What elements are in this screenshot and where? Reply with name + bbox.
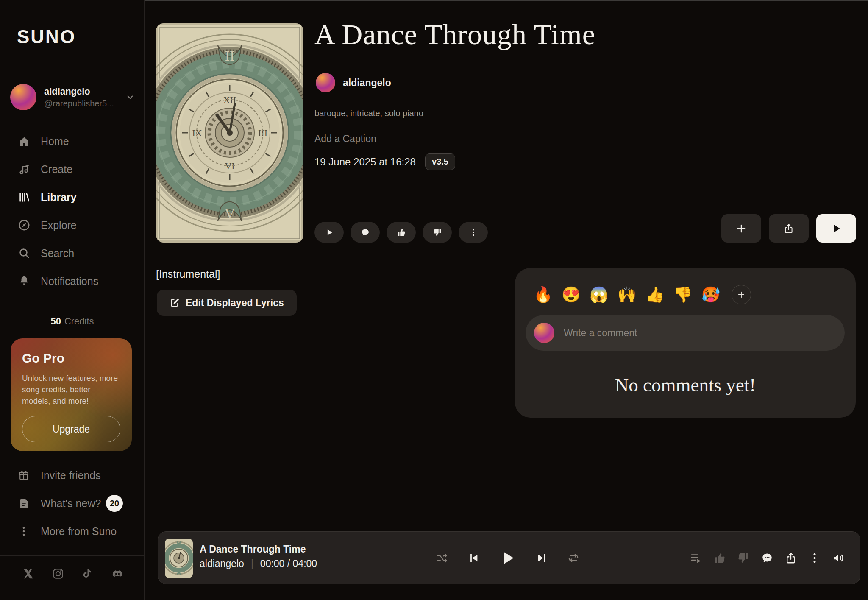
- reaction-hot-face[interactable]: 🥵: [701, 285, 721, 304]
- skip-back-icon: [467, 552, 480, 564]
- player-like-button[interactable]: [713, 552, 726, 564]
- previous-button[interactable]: [467, 552, 480, 564]
- x-icon[interactable]: [22, 567, 35, 580]
- thumbs-down-icon: [433, 228, 442, 237]
- queue-button[interactable]: [690, 552, 702, 564]
- document-icon: [18, 497, 30, 509]
- artist-name: aldiangelo: [343, 77, 391, 89]
- secondary-nav: Invite friends What's new? 20 More from …: [0, 461, 144, 545]
- comment-input-bar: [526, 315, 845, 351]
- suno-logo[interactable]: SUNO: [17, 26, 76, 47]
- player-play-button[interactable]: [498, 549, 517, 567]
- nav-label: Library: [41, 191, 77, 204]
- shuffle-button[interactable]: [436, 552, 448, 564]
- comment-icon: [761, 552, 773, 564]
- album-art: [156, 23, 303, 243]
- player-extra-controls: [690, 532, 845, 584]
- credits-counter: 50Credits: [0, 316, 145, 327]
- song-title: A Dance Through Time: [314, 18, 595, 51]
- reaction-scream[interactable]: 😱: [590, 285, 609, 304]
- player-more-button[interactable]: [808, 552, 821, 564]
- player-time: 00:00 / 04:00: [260, 558, 317, 569]
- nav-label: Explore: [41, 219, 77, 232]
- nav-label: Search: [41, 247, 74, 260]
- reaction-thumbs-up[interactable]: 👍: [645, 285, 665, 304]
- player-comment-button[interactable]: [761, 552, 773, 564]
- sidebar-item-search[interactable]: Search: [0, 239, 144, 267]
- play-song-button[interactable]: [816, 214, 856, 243]
- kebab-icon: [18, 525, 30, 537]
- comment-button[interactable]: [351, 222, 380, 243]
- reaction-bar: 🔥 😍 😱 🙌 👍 👎 🥵: [534, 285, 751, 304]
- sidebar-item-library[interactable]: Library: [0, 183, 144, 211]
- nav-label: Home: [41, 135, 69, 148]
- credits-label: Credits: [64, 316, 94, 327]
- add-to-playlist-button[interactable]: [721, 214, 761, 243]
- add-reaction-button[interactable]: [732, 285, 751, 304]
- comment-icon: [361, 228, 370, 237]
- primary-nav: Home Create Library Explore Search Notif…: [0, 127, 144, 295]
- nav-label: More from Suno: [41, 525, 117, 538]
- add-caption-field[interactable]: Add a Caption: [314, 133, 376, 145]
- player-share-button[interactable]: [785, 552, 797, 564]
- play-icon: [498, 549, 517, 567]
- plus-icon: [736, 223, 747, 234]
- reaction-fire[interactable]: 🔥: [534, 285, 553, 304]
- style-tags[interactable]: baroque, intricate, solo piano: [314, 109, 423, 118]
- comment-input[interactable]: [564, 327, 836, 339]
- reaction-raised-hands[interactable]: 🙌: [618, 285, 637, 304]
- sidebar-item-explore[interactable]: Explore: [0, 211, 144, 239]
- sidebar-item-create[interactable]: Create: [0, 155, 144, 183]
- dislike-button[interactable]: [423, 222, 452, 243]
- artist-link[interactable]: aldiangelo: [316, 73, 391, 92]
- like-button[interactable]: [387, 222, 416, 243]
- lyrics-text: [Instrumental]: [156, 268, 220, 280]
- player-artist[interactable]: aldiangelo: [200, 558, 244, 569]
- play-button[interactable]: [314, 222, 344, 243]
- invite-friends-item[interactable]: Invite friends: [0, 461, 144, 489]
- date-row: 19 June 2025 at 16:28 v3.5: [314, 153, 455, 170]
- no-comments-message: No comments yet!: [515, 374, 856, 396]
- gift-icon: [18, 469, 30, 481]
- more-from-suno-item[interactable]: More from Suno: [0, 517, 144, 545]
- user-name: aldiangelo: [44, 86, 123, 97]
- reaction-thumbs-down[interactable]: 👎: [673, 285, 693, 304]
- player-song-title[interactable]: A Dance Through Time: [200, 544, 306, 555]
- whats-new-item[interactable]: What's new? 20: [0, 489, 144, 517]
- nav-label: Invite friends: [41, 469, 101, 482]
- reaction-heart-eyes[interactable]: 😍: [562, 285, 581, 304]
- share-button[interactable]: [769, 214, 809, 243]
- discord-icon[interactable]: [111, 567, 124, 580]
- thumbs-up-icon: [397, 228, 406, 237]
- create-icon: [18, 163, 31, 176]
- thumbs-down-icon: [737, 552, 750, 564]
- player-thumbnail[interactable]: [165, 539, 193, 578]
- skip-forward-icon: [536, 552, 548, 564]
- instagram-icon[interactable]: [52, 567, 64, 580]
- play-icon: [830, 223, 842, 234]
- player-bar: A Dance Through Time aldiangelo | 00:00 …: [158, 531, 860, 584]
- go-pro-title: Go Pro: [22, 351, 120, 366]
- repeat-button[interactable]: [567, 552, 580, 564]
- whats-new-badge: 20: [106, 495, 123, 512]
- volume-button[interactable]: [832, 552, 845, 564]
- model-version-badge[interactable]: v3.5: [425, 153, 455, 170]
- tiktok-icon[interactable]: [81, 567, 94, 580]
- comments-panel: 🔥 😍 😱 🙌 👍 👎 🥵 No comments yet!: [515, 268, 856, 418]
- sidebar-item-home[interactable]: Home: [0, 127, 144, 155]
- share-icon: [785, 552, 797, 564]
- volume-icon: [832, 552, 845, 564]
- nav-label: Create: [41, 163, 72, 176]
- transport-controls: [436, 532, 580, 584]
- upgrade-button[interactable]: Upgrade: [22, 416, 120, 442]
- player-dislike-button[interactable]: [737, 552, 750, 564]
- social-links: [22, 567, 124, 580]
- sidebar-item-notifications[interactable]: Notifications: [0, 267, 144, 295]
- more-options-button[interactable]: [459, 222, 488, 243]
- player-subline: aldiangelo | 00:00 / 04:00: [200, 558, 317, 569]
- user-menu[interactable]: aldiangelo @rarepublisher5...: [10, 83, 135, 111]
- plus-icon: [737, 290, 746, 299]
- edit-lyrics-button[interactable]: Edit Displayed Lyrics: [157, 290, 297, 316]
- next-button[interactable]: [536, 552, 548, 564]
- nav-label: Notifications: [41, 275, 98, 287]
